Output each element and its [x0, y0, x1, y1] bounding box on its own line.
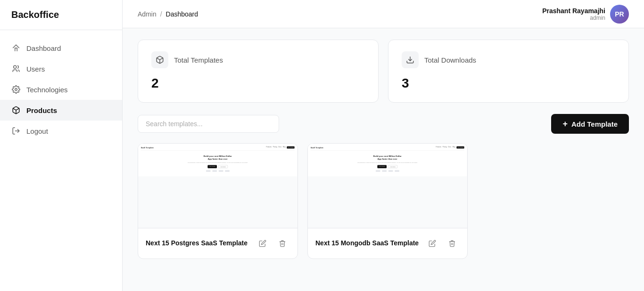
- main-content: Admin / Dashboard Prashant Rayamajhi adm…: [123, 0, 644, 291]
- stats-row: Total Templates 2 Total Downloads 3: [138, 40, 629, 103]
- cube-icon: [11, 105, 21, 115]
- template-info-0: Next 15 Postgres SaaS Template: [138, 228, 297, 259]
- template-preview-0: SaaS Template Features Pricing Docs Blog…: [138, 144, 297, 228]
- avatar: PR: [610, 5, 629, 24]
- download-stat-icon: [402, 51, 419, 68]
- sidebar-item-dashboard[interactable]: Dashboard: [0, 38, 122, 58]
- sidebar-nav: Dashboard Users Technologies: [0, 30, 122, 291]
- sidebar-item-users[interactable]: Users: [0, 58, 122, 79]
- page-content: Total Templates 2 Total Downloads 3: [123, 28, 644, 291]
- stat-header-templates: Total Templates: [151, 51, 365, 68]
- template-card-1: SaaS Template Features Pricing Docs Blog…: [307, 143, 468, 259]
- template-name-1: Next 15 Mongodb SaaS Template: [315, 239, 419, 248]
- sidebar-label-technologies: Technologies: [26, 86, 68, 94]
- template-grid: SaaS Template Features Pricing Docs Blog…: [138, 143, 629, 259]
- breadcrumb-parent: Admin: [138, 10, 157, 18]
- sidebar-item-technologies[interactable]: Technologies: [0, 79, 122, 100]
- gear-icon: [11, 85, 21, 94]
- stat-value-downloads: 3: [402, 76, 615, 91]
- delete-template-1[interactable]: [445, 236, 460, 251]
- users-icon: [11, 64, 21, 73]
- logout-icon: [11, 126, 21, 136]
- add-template-label: Add Template: [571, 120, 618, 128]
- user-name: Prashant Rayamajhi: [542, 7, 605, 15]
- template-card-0: SaaS Template Features Pricing Docs Blog…: [138, 143, 298, 259]
- stat-card-downloads: Total Downloads 3: [388, 40, 629, 103]
- svg-point-1: [15, 89, 17, 91]
- user-role: admin: [542, 15, 605, 21]
- cube-stat-icon: [151, 51, 168, 68]
- template-info-1: Next 15 Mongodb SaaS Template: [308, 228, 467, 259]
- plus-icon: +: [562, 120, 568, 128]
- toolbar: + Add Template: [138, 114, 629, 134]
- sidebar-label-dashboard: Dashboard: [26, 44, 61, 52]
- search-input[interactable]: [138, 115, 279, 133]
- add-template-button[interactable]: + Add Template: [551, 114, 629, 134]
- edit-template-1[interactable]: [425, 236, 440, 251]
- template-actions-1: [425, 236, 460, 251]
- breadcrumb: Admin / Dashboard: [138, 10, 198, 18]
- sidebar-label-logout: Logout: [26, 127, 48, 135]
- sidebar-item-products[interactable]: Products: [0, 100, 122, 121]
- stat-label-downloads: Total Downloads: [424, 56, 476, 64]
- template-name-0: Next 15 Postgres SaaS Template: [146, 239, 248, 248]
- edit-template-0[interactable]: [255, 236, 270, 251]
- header: Admin / Dashboard Prashant Rayamajhi adm…: [123, 0, 644, 28]
- sidebar-label-products: Products: [26, 106, 57, 114]
- sidebar: Backoffice Dashboard Users: [0, 0, 123, 291]
- stat-header-downloads: Total Downloads: [402, 51, 615, 68]
- breadcrumb-current: Dashboard: [166, 10, 198, 18]
- template-preview-1: SaaS Template Features Pricing Docs Blog…: [308, 144, 467, 228]
- svg-point-0: [14, 65, 17, 68]
- stat-value-templates: 2: [151, 76, 365, 91]
- template-actions-0: [255, 236, 290, 251]
- delete-template-0[interactable]: [275, 236, 290, 251]
- app-logo: Backoffice: [0, 0, 122, 30]
- user-info: Prashant Rayamajhi admin PR: [542, 5, 629, 24]
- sidebar-label-users: Users: [26, 65, 45, 73]
- stat-label-templates: Total Templates: [174, 56, 223, 64]
- stat-card-templates: Total Templates 2: [138, 40, 379, 103]
- user-text: Prashant Rayamajhi admin: [542, 7, 605, 21]
- home-icon: [11, 43, 21, 53]
- breadcrumb-separator: /: [160, 10, 162, 18]
- sidebar-item-logout[interactable]: Logout: [0, 121, 122, 141]
